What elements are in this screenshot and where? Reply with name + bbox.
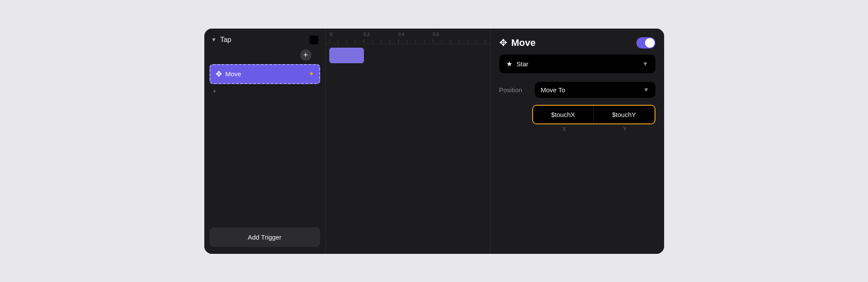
ruler-label-02: 0.2 [364,32,370,37]
position-row: Position Move To ▼ [499,82,655,98]
ruler-label-06: 0.6 [433,32,439,37]
move-to-label: Move To [541,86,639,94]
target-label: Star [517,60,638,68]
ruler-ticks [329,39,487,43]
ruler-label-0: 0 [330,32,333,37]
target-dropdown[interactable]: ★ Star ▼ [499,55,655,73]
star-dropdown-icon: ★ [506,60,512,68]
y-input[interactable] [594,106,655,123]
move-icon-lg: ✥ [499,37,507,49]
main-panel: ▼ Tap + ✥ Move ✦ + Add Trigger 0 0.2 0.4… [204,29,664,254]
ruler: 0 0.2 0.4 0.6 [326,29,490,44]
x-axis-label: X [534,126,595,132]
star-yellow-icon: ✦ [308,70,314,78]
right-panel-title: Move [511,37,632,49]
add-animation-button[interactable]: + [300,49,311,61]
tap-label: Tap [220,36,231,44]
move-drag-icon: ✥ [216,69,222,79]
timeline-content [326,44,490,254]
chevron-down-icon: ▼ [211,36,217,43]
tap-header: ▼ Tap [204,36,325,49]
add-child-button[interactable]: + [204,84,325,98]
move-to-dropdown[interactable]: Move To ▼ [535,82,655,98]
right-header: ✥ Move [499,37,655,49]
chevron-down-icon-2: ▼ [643,86,649,93]
ruler-label-04: 0.4 [398,32,404,37]
toggle-knob [645,38,655,48]
move-toggle[interactable] [636,37,655,49]
chevron-down-icon: ▼ [642,60,649,67]
position-label: Position [499,86,530,94]
y-axis-label: Y [595,126,655,132]
xy-inputs-container: X Y [499,105,655,132]
xy-inputs [532,105,655,124]
add-trigger-button[interactable]: Add Trigger [210,227,320,247]
timeline-panel: 0 0.2 0.4 0.6 [326,29,491,254]
timeline-move-block[interactable] [329,48,364,63]
left-panel: ▼ Tap + ✥ Move ✦ + Add Trigger [204,29,326,254]
xy-labels: X Y [534,126,655,132]
move-row[interactable]: ✥ Move ✦ [210,64,320,84]
black-square-icon [310,36,318,44]
move-label: Move [226,70,305,78]
x-input[interactable] [533,106,594,123]
right-panel: ✥ Move ★ Star ▼ Position Move To ▼ [491,29,664,254]
plus-icon: + [213,88,216,94]
